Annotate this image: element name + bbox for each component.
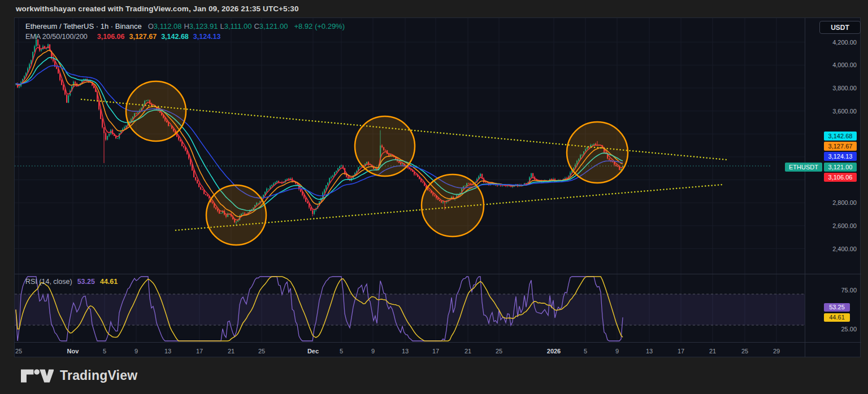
time-axis-label: 17 <box>678 348 684 354</box>
time-axis-label: 13 <box>646 348 653 354</box>
rsi-value-badge: 53.25 <box>824 303 850 312</box>
ema-legend-row: EMA 20/50/100/200 3,106.063,127.673,142.… <box>25 33 345 41</box>
tradingview-published-chart: { "watermark": "workwithshayan created w… <box>0 0 868 394</box>
highlight-circle[interactable] <box>355 116 415 176</box>
ohlc-field-label: O <box>148 22 154 30</box>
ema-value: 3,127.67 <box>129 33 157 41</box>
tradingview-wordmark[interactable]: TradingView <box>60 368 137 383</box>
time-axis-label: 17 <box>196 348 203 354</box>
rsi-value-badge: 44.61 <box>824 313 850 322</box>
ema-values: 3,106.063,127.673,142.683,124.13 <box>93 33 221 41</box>
rsi-legend-row: RSI (14, close) 53.25 44.61 <box>25 278 118 286</box>
symbol-legend-row: Ethereum / TetherUS · 1h · Binance O3,11… <box>25 22 345 30</box>
time-axis-label: 25 <box>15 348 22 354</box>
rsi-axis-label: 75.00 <box>807 287 857 294</box>
highlight-circle[interactable] <box>206 185 266 245</box>
chart-canvas[interactable] <box>15 18 861 358</box>
time-axis-label: 9 <box>371 348 375 354</box>
symbol-price-tag: ETHUSDT <box>785 163 822 172</box>
time-axis-label: 5 <box>103 348 106 354</box>
price-change: +8.92 (+0.29%) <box>294 22 345 30</box>
ohlc-field-value: 3,111.00 <box>224 22 252 30</box>
time-axis-label: 5 <box>584 348 587 354</box>
time-axis-label: 21 <box>709 348 716 354</box>
time-axis-label: 13 <box>164 348 171 354</box>
ema-lines <box>16 47 623 220</box>
highlight-circle[interactable] <box>422 174 484 237</box>
footer-bar: TradingView <box>0 357 868 394</box>
price-axis-label: 2,600.00 <box>807 222 857 229</box>
ema-indicator-label[interactable]: EMA 20/50/100/200 <box>25 33 88 41</box>
time-axis-label: 25 <box>741 348 748 354</box>
ohlc-field-value: 3,121.00 <box>259 22 288 30</box>
rsi-value-ma: 44.61 <box>100 278 118 286</box>
highlight-circle[interactable] <box>126 81 186 141</box>
rsi-axis-label: 25.00 <box>807 326 857 332</box>
currency-toggle-button[interactable]: USDT <box>819 21 861 34</box>
ema-20-line <box>16 47 623 220</box>
ohlc-field-label: C <box>254 22 259 30</box>
price-badge: 3,127.67 <box>824 142 857 151</box>
price-axis-label: 3,800.00 <box>807 85 857 91</box>
rsi-indicator-label[interactable]: RSI (14, close) <box>25 278 72 286</box>
highlight-circles <box>126 81 628 245</box>
ema-value: 3,106.06 <box>97 33 125 41</box>
watermark-text: workwithshayan created with TradingView.… <box>16 5 299 13</box>
ema-value: 3,124.13 <box>193 33 221 41</box>
time-axis-label: Nov <box>67 348 79 354</box>
ema-50-line <box>16 50 623 217</box>
chart-frame: Ethereum / TetherUS · 1h · Binance O3,11… <box>14 17 861 357</box>
time-axis-label: 25 <box>496 348 502 354</box>
time-axis-label: Dec <box>307 348 319 354</box>
ohlc-field-label: H <box>184 22 189 30</box>
ema-value: 3,142.68 <box>161 33 189 41</box>
time-axis-label: 21 <box>465 348 471 354</box>
rsi-zone-band <box>15 294 805 325</box>
symbol-title[interactable]: Ethereum / TetherUS · 1h · Binance <box>25 22 142 30</box>
time-axis-label: 17 <box>432 348 439 354</box>
time-axis-label: 25 <box>258 348 265 354</box>
time-axis-label: 21 <box>228 348 235 354</box>
rsi-value-main: 53.25 <box>77 278 95 286</box>
time-axis-label: 9 <box>134 348 138 354</box>
price-badge: 3,142.68 <box>824 132 857 141</box>
ohlc-field-value: 3,123.91 <box>189 22 218 30</box>
price-axis-label: 3,600.00 <box>807 108 857 115</box>
time-axis-label: 5 <box>340 348 343 354</box>
time-axis-label: 9 <box>615 348 619 354</box>
grid-lines <box>15 18 805 342</box>
price-badge: 3,124.13 <box>824 152 857 161</box>
price-axis-label: 2,400.00 <box>807 246 857 252</box>
price-badge: 3,121.00 <box>824 163 857 172</box>
price-badge: 3,106.06 <box>824 173 857 182</box>
ohlc-field-label: L <box>220 22 224 30</box>
ohlc-values: O3,112.08H3,123.91L3,111.00C3,121.00 <box>146 22 288 30</box>
ohlc-field-value: 3,112.08 <box>154 22 182 30</box>
price-axis-label: 4,000.00 <box>807 62 857 68</box>
price-axis-label: 4,200.00 <box>807 39 857 46</box>
main-pane-legend: Ethereum / TetherUS · 1h · Binance O3,11… <box>25 22 345 41</box>
time-axis-label: 13 <box>402 348 409 354</box>
tradingview-logo-icon[interactable] <box>21 369 54 383</box>
watermark-bar: workwithshayan created with TradingView.… <box>16 0 299 17</box>
time-axis-label: 29 <box>773 348 780 354</box>
highlight-circle[interactable] <box>567 122 628 183</box>
time-axis-label: 2026 <box>547 348 561 354</box>
price-axis-label: 2,800.00 <box>807 199 857 206</box>
